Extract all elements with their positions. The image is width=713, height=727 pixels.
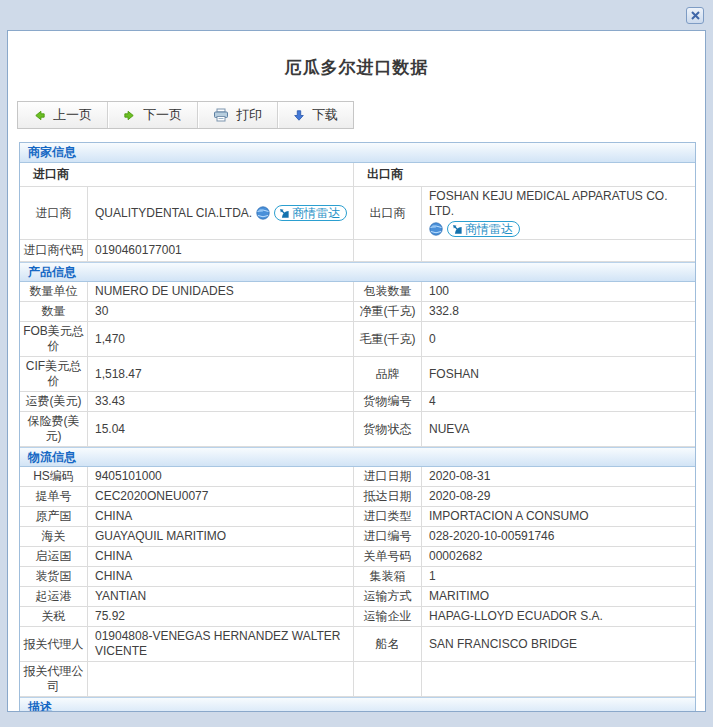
field-label: 提单号 bbox=[20, 487, 88, 506]
field-value: 2020-08-29 bbox=[422, 487, 695, 506]
field-value: 0190460177001 bbox=[88, 240, 354, 261]
field-value: NUMERO DE UNIDADES bbox=[88, 282, 354, 301]
field-label: 进口商代码 bbox=[20, 240, 88, 261]
field-value: 0 bbox=[422, 322, 695, 356]
field-value: CHINA bbox=[88, 567, 354, 586]
field-label: HS编码 bbox=[20, 467, 88, 486]
importer-value-cell: QUALITYDENTAL CIA.LTDA. 商情雷达 bbox=[88, 187, 354, 239]
field-label: CIF美元总价 bbox=[20, 357, 88, 391]
field-value: FOSHAN bbox=[422, 357, 695, 391]
field-label: 关税 bbox=[20, 607, 88, 626]
field-label: 进口日期 bbox=[354, 467, 422, 486]
next-page-button[interactable]: 下一页 bbox=[107, 102, 197, 128]
table-row: HS编码 9405101000 进口日期 2020-08-31 bbox=[20, 467, 695, 487]
field-value: 30 bbox=[88, 302, 354, 321]
toolbar: 上一页 下一页 打印 下载 bbox=[17, 101, 354, 129]
merchant-group-header-row: 进口商 出口商 bbox=[20, 163, 695, 187]
section-header-description: 描述 bbox=[20, 697, 695, 712]
radar-badge[interactable]: 商情雷达 bbox=[447, 221, 520, 237]
radar-badge[interactable]: 商情雷达 bbox=[274, 205, 347, 221]
table-row: 保险费(美元) 15.04 货物状态 NUEVA bbox=[20, 412, 695, 447]
prev-page-label: 上一页 bbox=[53, 106, 92, 124]
table-row: 关税 75.92 运输企业 HAPAG-LLOYD ECUADOR S.A. bbox=[20, 607, 695, 627]
table-row: 数量 30 净重(千克) 332.8 bbox=[20, 302, 695, 322]
exporter-name: FOSHAN KEJU MEDICAL APPARATUS CO. LTD. bbox=[429, 189, 691, 219]
field-value bbox=[88, 662, 354, 696]
field-label: 报关代理公司 bbox=[20, 662, 88, 696]
importer-name: QUALITYDENTAL CIA.LTDA. bbox=[95, 206, 252, 221]
field-label: 运输方式 bbox=[354, 587, 422, 606]
radar-badge-label: 商情雷达 bbox=[292, 206, 340, 221]
field-label: 数量单位 bbox=[20, 282, 88, 301]
field-label: 起运港 bbox=[20, 587, 88, 606]
arrow-right-icon bbox=[123, 109, 136, 122]
globe-icon[interactable] bbox=[256, 206, 270, 220]
importer-group-header: 进口商 bbox=[20, 163, 354, 186]
field-value: 01904808-VENEGAS HERNANDEZ WALTER VICENT… bbox=[88, 627, 354, 661]
table-row: CIF美元总价 1,518.47 品牌 FOSHAN bbox=[20, 357, 695, 392]
field-label: 装货国 bbox=[20, 567, 88, 586]
close-button[interactable] bbox=[686, 7, 704, 24]
radar-icon bbox=[452, 224, 463, 235]
section-header-product: 产品信息 bbox=[20, 262, 695, 282]
radar-badge-label: 商情雷达 bbox=[465, 222, 513, 237]
print-button[interactable]: 打印 bbox=[197, 102, 277, 128]
field-label: 进口编号 bbox=[354, 527, 422, 546]
field-value: 028-2020-10-00591746 bbox=[422, 527, 695, 546]
field-label: 关单号码 bbox=[354, 547, 422, 566]
table-row-companies: 进口商 QUALITYDENTAL CIA.LTDA. 商情雷达 bbox=[20, 187, 695, 240]
field-value: SAN FRANCISCO BRIDGE bbox=[422, 627, 695, 661]
field-value: NUEVA bbox=[422, 412, 695, 446]
field-value: 1 bbox=[422, 567, 695, 586]
field-label bbox=[354, 662, 422, 696]
field-label: 运输企业 bbox=[354, 607, 422, 626]
field-value: 1,470 bbox=[88, 322, 354, 356]
field-label: FOB美元总价 bbox=[20, 322, 88, 356]
field-label: 启运国 bbox=[20, 547, 88, 566]
close-icon bbox=[691, 11, 700, 20]
field-label: 品牌 bbox=[354, 357, 422, 391]
dialog-panel: 厄瓜多尔进口数据 上一页 下一页 打印 bbox=[7, 30, 706, 712]
radar-icon bbox=[279, 208, 290, 219]
table-row: FOB美元总价 1,470 毛重(千克) 0 bbox=[20, 322, 695, 357]
table-row: 提单号 CEC2020ONEU0077 抵达日期 2020-08-29 bbox=[20, 487, 695, 507]
field-label: 货物状态 bbox=[354, 412, 422, 446]
detail-table: 商家信息 进口商 出口商 进口商 QUALITYDENTAL CIA.LTDA. bbox=[19, 142, 696, 712]
section-header-logistics: 物流信息 bbox=[20, 447, 695, 467]
table-row: 数量单位 NUMERO DE UNIDADES 包装数量 100 bbox=[20, 282, 695, 302]
field-value: 2020-08-31 bbox=[422, 467, 695, 486]
field-value bbox=[422, 662, 695, 696]
table-row: 启运国 CHINA 关单号码 00002682 bbox=[20, 547, 695, 567]
prev-page-button[interactable]: 上一页 bbox=[18, 102, 107, 128]
exporter-value-cell: FOSHAN KEJU MEDICAL APPARATUS CO. LTD. 商… bbox=[422, 187, 695, 239]
field-label: 进口类型 bbox=[354, 507, 422, 526]
field-label: 数量 bbox=[20, 302, 88, 321]
field-value: 9405101000 bbox=[88, 467, 354, 486]
field-value: CHINA bbox=[88, 507, 354, 526]
field-value: 1,518.47 bbox=[88, 357, 354, 391]
field-label: 报关代理人 bbox=[20, 627, 88, 661]
field-label: 运费(美元) bbox=[20, 392, 88, 411]
table-row: 起运港 YANTIAN 运输方式 MARITIMO bbox=[20, 587, 695, 607]
field-value: 00002682 bbox=[422, 547, 695, 566]
field-value: IMPORTACION A CONSUMO bbox=[422, 507, 695, 526]
field-label: 货物编号 bbox=[354, 392, 422, 411]
field-value: 332.8 bbox=[422, 302, 695, 321]
table-row: 海关 GUAYAQUIL MARITIMO 进口编号 028-2020-10-0… bbox=[20, 527, 695, 547]
field-label: 进口商 bbox=[20, 187, 88, 239]
print-label: 打印 bbox=[236, 106, 262, 124]
download-button[interactable]: 下载 bbox=[277, 102, 353, 128]
table-row: 报关代理公司 bbox=[20, 662, 695, 697]
table-row: 进口商代码 0190460177001 bbox=[20, 240, 695, 262]
table-row: 报关代理人 01904808-VENEGAS HERNANDEZ WALTER … bbox=[20, 627, 695, 662]
field-value: CHINA bbox=[88, 547, 354, 566]
field-label: 保险费(美元) bbox=[20, 412, 88, 446]
page-title: 厄瓜多尔进口数据 bbox=[8, 56, 705, 79]
field-label: 船名 bbox=[354, 627, 422, 661]
globe-icon[interactable] bbox=[429, 222, 443, 236]
field-label: 海关 bbox=[20, 527, 88, 546]
field-value: 33.43 bbox=[88, 392, 354, 411]
field-label: 集装箱 bbox=[354, 567, 422, 586]
field-value: GUAYAQUIL MARITIMO bbox=[88, 527, 354, 546]
section-header-merchant: 商家信息 bbox=[20, 143, 695, 163]
